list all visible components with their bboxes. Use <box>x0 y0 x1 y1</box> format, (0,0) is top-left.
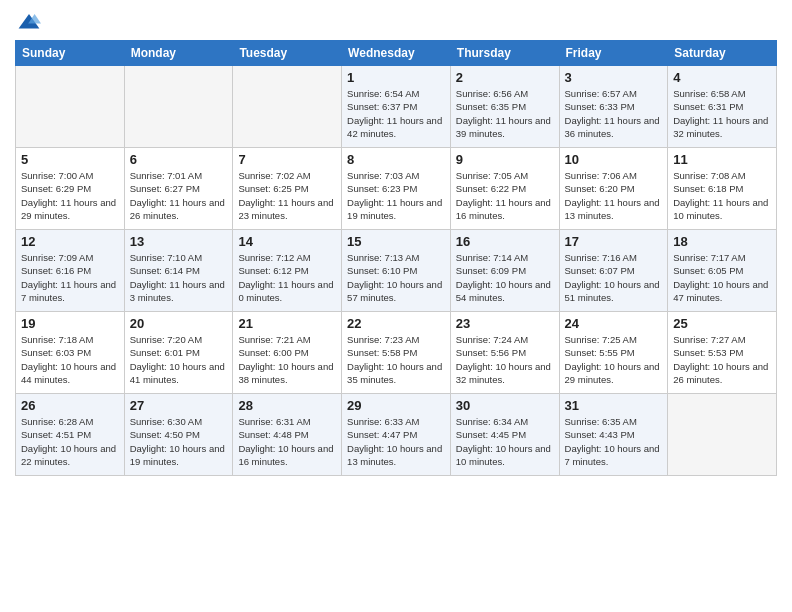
calendar-cell: 6Sunrise: 7:01 AMSunset: 6:27 PMDaylight… <box>124 148 233 230</box>
day-number: 5 <box>21 152 119 167</box>
day-info: Sunrise: 7:21 AMSunset: 6:00 PMDaylight:… <box>238 333 336 386</box>
calendar-cell: 3Sunrise: 6:57 AMSunset: 6:33 PMDaylight… <box>559 66 668 148</box>
day-info: Sunrise: 6:54 AMSunset: 6:37 PMDaylight:… <box>347 87 445 140</box>
day-number: 25 <box>673 316 771 331</box>
day-info: Sunrise: 7:23 AMSunset: 5:58 PMDaylight:… <box>347 333 445 386</box>
calendar-cell: 9Sunrise: 7:05 AMSunset: 6:22 PMDaylight… <box>450 148 559 230</box>
header <box>15 10 777 32</box>
day-number: 24 <box>565 316 663 331</box>
day-info: Sunrise: 7:24 AMSunset: 5:56 PMDaylight:… <box>456 333 554 386</box>
calendar-cell: 20Sunrise: 7:20 AMSunset: 6:01 PMDayligh… <box>124 312 233 394</box>
day-info: Sunrise: 6:56 AMSunset: 6:35 PMDaylight:… <box>456 87 554 140</box>
calendar-cell: 18Sunrise: 7:17 AMSunset: 6:05 PMDayligh… <box>668 230 777 312</box>
day-info: Sunrise: 7:20 AMSunset: 6:01 PMDaylight:… <box>130 333 228 386</box>
day-number: 19 <box>21 316 119 331</box>
day-number: 12 <box>21 234 119 249</box>
day-info: Sunrise: 6:31 AMSunset: 4:48 PMDaylight:… <box>238 415 336 468</box>
calendar-week-row: 19Sunrise: 7:18 AMSunset: 6:03 PMDayligh… <box>16 312 777 394</box>
calendar-cell: 1Sunrise: 6:54 AMSunset: 6:37 PMDaylight… <box>342 66 451 148</box>
calendar-cell: 13Sunrise: 7:10 AMSunset: 6:14 PMDayligh… <box>124 230 233 312</box>
day-number: 22 <box>347 316 445 331</box>
day-number: 17 <box>565 234 663 249</box>
calendar-cell: 15Sunrise: 7:13 AMSunset: 6:10 PMDayligh… <box>342 230 451 312</box>
calendar-cell: 27Sunrise: 6:30 AMSunset: 4:50 PMDayligh… <box>124 394 233 476</box>
logo-icon <box>17 10 41 34</box>
day-info: Sunrise: 6:30 AMSunset: 4:50 PMDaylight:… <box>130 415 228 468</box>
day-info: Sunrise: 7:25 AMSunset: 5:55 PMDaylight:… <box>565 333 663 386</box>
day-number: 21 <box>238 316 336 331</box>
day-info: Sunrise: 7:02 AMSunset: 6:25 PMDaylight:… <box>238 169 336 222</box>
weekday-header: Tuesday <box>233 41 342 66</box>
day-info: Sunrise: 7:10 AMSunset: 6:14 PMDaylight:… <box>130 251 228 304</box>
day-number: 13 <box>130 234 228 249</box>
calendar-cell: 24Sunrise: 7:25 AMSunset: 5:55 PMDayligh… <box>559 312 668 394</box>
day-info: Sunrise: 7:05 AMSunset: 6:22 PMDaylight:… <box>456 169 554 222</box>
calendar-cell <box>16 66 125 148</box>
calendar-cell: 10Sunrise: 7:06 AMSunset: 6:20 PMDayligh… <box>559 148 668 230</box>
calendar-week-row: 12Sunrise: 7:09 AMSunset: 6:16 PMDayligh… <box>16 230 777 312</box>
day-info: Sunrise: 7:17 AMSunset: 6:05 PMDaylight:… <box>673 251 771 304</box>
calendar: SundayMondayTuesdayWednesdayThursdayFrid… <box>15 40 777 476</box>
day-info: Sunrise: 7:08 AMSunset: 6:18 PMDaylight:… <box>673 169 771 222</box>
day-info: Sunrise: 7:12 AMSunset: 6:12 PMDaylight:… <box>238 251 336 304</box>
calendar-cell: 28Sunrise: 6:31 AMSunset: 4:48 PMDayligh… <box>233 394 342 476</box>
day-number: 18 <box>673 234 771 249</box>
day-number: 23 <box>456 316 554 331</box>
calendar-cell: 21Sunrise: 7:21 AMSunset: 6:00 PMDayligh… <box>233 312 342 394</box>
calendar-cell: 23Sunrise: 7:24 AMSunset: 5:56 PMDayligh… <box>450 312 559 394</box>
day-number: 31 <box>565 398 663 413</box>
calendar-cell: 25Sunrise: 7:27 AMSunset: 5:53 PMDayligh… <box>668 312 777 394</box>
day-number: 6 <box>130 152 228 167</box>
calendar-cell: 22Sunrise: 7:23 AMSunset: 5:58 PMDayligh… <box>342 312 451 394</box>
day-info: Sunrise: 6:33 AMSunset: 4:47 PMDaylight:… <box>347 415 445 468</box>
day-number: 20 <box>130 316 228 331</box>
day-info: Sunrise: 7:03 AMSunset: 6:23 PMDaylight:… <box>347 169 445 222</box>
day-number: 2 <box>456 70 554 85</box>
day-number: 10 <box>565 152 663 167</box>
day-number: 26 <box>21 398 119 413</box>
weekday-header: Friday <box>559 41 668 66</box>
day-number: 28 <box>238 398 336 413</box>
weekday-header: Wednesday <box>342 41 451 66</box>
day-number: 8 <box>347 152 445 167</box>
calendar-cell: 29Sunrise: 6:33 AMSunset: 4:47 PMDayligh… <box>342 394 451 476</box>
day-info: Sunrise: 6:28 AMSunset: 4:51 PMDaylight:… <box>21 415 119 468</box>
day-info: Sunrise: 7:01 AMSunset: 6:27 PMDaylight:… <box>130 169 228 222</box>
calendar-cell: 7Sunrise: 7:02 AMSunset: 6:25 PMDaylight… <box>233 148 342 230</box>
calendar-cell: 2Sunrise: 6:56 AMSunset: 6:35 PMDaylight… <box>450 66 559 148</box>
calendar-cell: 30Sunrise: 6:34 AMSunset: 4:45 PMDayligh… <box>450 394 559 476</box>
day-info: Sunrise: 6:57 AMSunset: 6:33 PMDaylight:… <box>565 87 663 140</box>
day-number: 30 <box>456 398 554 413</box>
logo <box>15 10 41 32</box>
day-number: 29 <box>347 398 445 413</box>
calendar-week-row: 26Sunrise: 6:28 AMSunset: 4:51 PMDayligh… <box>16 394 777 476</box>
calendar-cell: 11Sunrise: 7:08 AMSunset: 6:18 PMDayligh… <box>668 148 777 230</box>
calendar-header-row: SundayMondayTuesdayWednesdayThursdayFrid… <box>16 41 777 66</box>
day-number: 3 <box>565 70 663 85</box>
day-number: 4 <box>673 70 771 85</box>
calendar-week-row: 1Sunrise: 6:54 AMSunset: 6:37 PMDaylight… <box>16 66 777 148</box>
day-number: 14 <box>238 234 336 249</box>
day-number: 11 <box>673 152 771 167</box>
calendar-cell <box>233 66 342 148</box>
calendar-cell <box>668 394 777 476</box>
day-info: Sunrise: 7:27 AMSunset: 5:53 PMDaylight:… <box>673 333 771 386</box>
calendar-cell: 26Sunrise: 6:28 AMSunset: 4:51 PMDayligh… <box>16 394 125 476</box>
calendar-cell: 19Sunrise: 7:18 AMSunset: 6:03 PMDayligh… <box>16 312 125 394</box>
page: SundayMondayTuesdayWednesdayThursdayFrid… <box>0 0 792 612</box>
calendar-week-row: 5Sunrise: 7:00 AMSunset: 6:29 PMDaylight… <box>16 148 777 230</box>
day-number: 9 <box>456 152 554 167</box>
day-number: 16 <box>456 234 554 249</box>
calendar-cell: 31Sunrise: 6:35 AMSunset: 4:43 PMDayligh… <box>559 394 668 476</box>
calendar-cell: 16Sunrise: 7:14 AMSunset: 6:09 PMDayligh… <box>450 230 559 312</box>
calendar-cell: 17Sunrise: 7:16 AMSunset: 6:07 PMDayligh… <box>559 230 668 312</box>
day-number: 7 <box>238 152 336 167</box>
day-number: 15 <box>347 234 445 249</box>
day-info: Sunrise: 7:09 AMSunset: 6:16 PMDaylight:… <box>21 251 119 304</box>
calendar-cell <box>124 66 233 148</box>
calendar-cell: 4Sunrise: 6:58 AMSunset: 6:31 PMDaylight… <box>668 66 777 148</box>
calendar-cell: 8Sunrise: 7:03 AMSunset: 6:23 PMDaylight… <box>342 148 451 230</box>
weekday-header: Saturday <box>668 41 777 66</box>
day-info: Sunrise: 7:06 AMSunset: 6:20 PMDaylight:… <box>565 169 663 222</box>
weekday-header: Thursday <box>450 41 559 66</box>
